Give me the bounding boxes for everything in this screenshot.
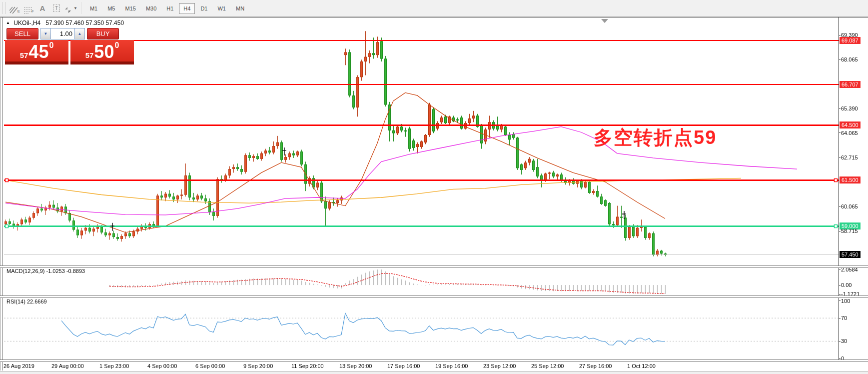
date-label: 1 Oct 12:00 — [627, 363, 656, 369]
axis-price-label: 60.065 — [841, 203, 858, 210]
macd-rsi-separator[interactable] — [0, 296, 868, 298]
axis-tick-mark — [839, 35, 841, 36]
buy-button[interactable]: BUY — [87, 28, 119, 40]
axis-price-badge-64.500: 64.500 — [840, 122, 861, 128]
macd-indicator-label: MACD(12,26,9) -1.0253 -0.8893 — [6, 268, 85, 274]
bid-price-pip: 0 — [49, 41, 53, 50]
macd-axis-label: 0.00 — [841, 282, 852, 288]
date-label: 1 Sep 23:00 — [99, 363, 129, 369]
macd-axis-tick — [839, 285, 841, 286]
volume-input[interactable] — [51, 28, 74, 40]
date-label: 19 Sep 16:00 — [435, 363, 468, 369]
axis-price-badge-69.087: 69.087 — [840, 37, 861, 44]
sell-button[interactable]: SELL — [6, 28, 38, 40]
axis-price-label: 64.065 — [841, 130, 858, 136]
axis-price-label: 62.715 — [841, 154, 858, 161]
rsi-axis-tick — [839, 358, 841, 359]
date-label: 4 Sep 00:00 — [147, 363, 177, 369]
date-label: 9 Sep 20:00 — [243, 363, 273, 369]
chart-ohlc-values: 57.390 57.460 57.350 57.450 — [45, 20, 124, 26]
one-click-trading-panel: SELL ▼ ▲ BUY 57 45 0 57 50 0 — [5, 28, 134, 64]
axis-tick-mark — [839, 206, 841, 206]
axis-price-badge-66.707: 66.707 — [840, 81, 861, 88]
ask-price-pip: 0 — [114, 41, 119, 50]
price-axis-line — [839, 18, 839, 360]
rsi-axis-label: 70 — [841, 314, 847, 322]
chart-symbol-timeframe: UKOil-,H4 — [13, 20, 40, 26]
chart-title: ▲ UKOil-,H4 57.390 57.460 57.350 57.450 — [6, 20, 124, 26]
rsi-axis-tick — [839, 300, 841, 301]
date-label: 23 Sep 12:00 — [483, 363, 516, 369]
volume-decrease-button[interactable]: ▼ — [40, 28, 51, 40]
date-label: 25 Sep 12:00 — [531, 363, 564, 369]
chinese-annotation-text: 多空转折点59 — [594, 125, 717, 150]
axis-tick-mark — [839, 132, 841, 133]
axis-price-badge-57.450: 57.450 — [840, 251, 861, 258]
date-label: 29 Aug 00:00 — [51, 363, 84, 369]
axis-price-label: 68.065 — [841, 56, 858, 63]
axis-tick-mark — [839, 231, 841, 232]
macd-axis-tick — [839, 270, 841, 270]
axis-tick-mark — [839, 158, 841, 158]
axis-tick-mark — [839, 59, 841, 60]
main-macd-separator[interactable] — [0, 266, 868, 268]
date-label: 13 Sep 20:00 — [339, 363, 372, 369]
date-label: 27 Sep 16:00 — [579, 363, 612, 369]
date-label: 6 Sep 00:00 — [195, 363, 225, 369]
date-label: 11 Sep 20:00 — [291, 363, 324, 369]
rsi-axis-tick — [839, 341, 841, 342]
axis-price-label: 58.715 — [841, 228, 858, 234]
bid-price-prefix: 57 — [20, 51, 28, 60]
collapse-panel-arrow-icon[interactable]: ▲ — [6, 20, 10, 25]
ask-price-prefix: 57 — [85, 51, 94, 60]
date-label: 17 Sep 16:00 — [387, 363, 420, 369]
date-label: 26 Aug 2019 — [3, 363, 34, 369]
ask-price-panel[interactable]: 57 50 0 — [70, 40, 134, 64]
rsi-axis-tick — [839, 318, 841, 318]
axis-tick-mark — [839, 108, 841, 109]
rsi-axis-label: 100 — [841, 298, 850, 304]
rsi-axis-label: 30 — [841, 338, 847, 344]
window-bottom-strip — [0, 371, 868, 374]
ask-price-main: 50 — [94, 42, 114, 62]
axis-price-badge-61.500: 61.500 — [840, 176, 861, 184]
rsi-indicator-label: RSI(14) 22.6669 — [6, 298, 47, 304]
bid-price-main: 45 — [28, 42, 48, 62]
macd-axis-tick — [839, 294, 841, 294]
rsi-dates-separator — [0, 360, 868, 362]
bid-price-panel[interactable]: 57 45 0 — [5, 40, 68, 64]
axis-price-label: 65.390 — [841, 105, 858, 112]
volume-increase-button[interactable]: ▲ — [74, 28, 85, 40]
